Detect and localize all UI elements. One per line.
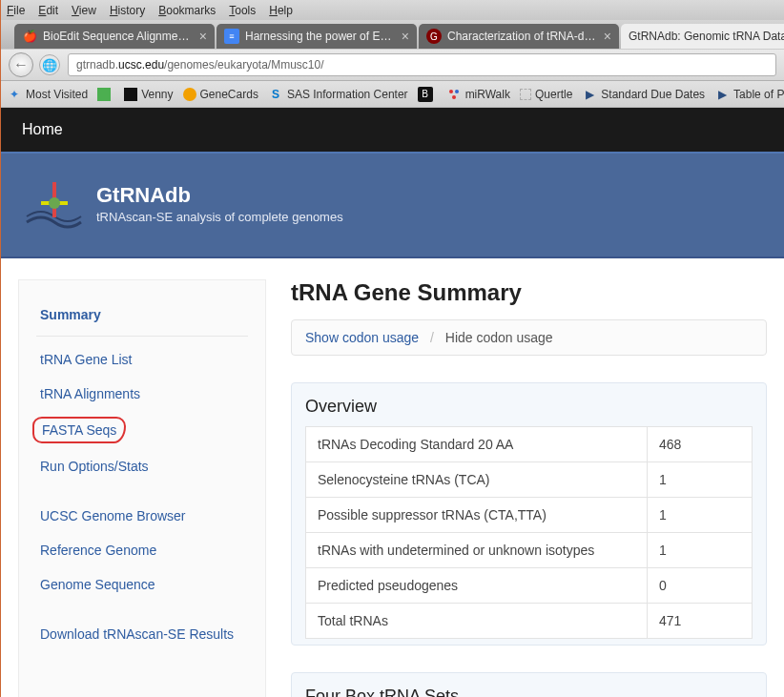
menu-view[interactable]: View (72, 4, 96, 17)
cell-label: tRNAs with undetermined or unknown isoty… (306, 533, 648, 568)
green-square-icon (97, 88, 111, 101)
cell-label: Possible suppressor tRNAs (CTA,TTA) (306, 498, 648, 533)
g-icon: G (426, 29, 442, 44)
menu-tools[interactable]: Tools (229, 4, 256, 17)
page-title: tRNA Gene Summary (291, 279, 767, 306)
sidebar-item-genome-sequence[interactable]: Genome Sequence (36, 567, 248, 602)
s-icon: S (268, 87, 283, 102)
back-button[interactable]: ← (9, 52, 33, 77)
bookmark-sas[interactable]: SSAS Information Center (268, 87, 408, 102)
hide-codon-usage-link[interactable]: Hide codon usage (445, 330, 553, 345)
bookmarks-bar: ✦Most Visited Venny GeneCards SSAS Infor… (1, 81, 784, 108)
sidebar-item-alignments[interactable]: tRNA Alignments (36, 377, 248, 411)
four-box-title: Four Box tRNA Sets (305, 687, 753, 697)
bookmark-green[interactable] (97, 88, 114, 101)
svg-point-0 (449, 90, 453, 93)
cell-value: 471 (648, 604, 753, 639)
overview-panel: Overview tRNAs Decoding Standard 20 AA46… (291, 382, 767, 646)
bookmark-venny[interactable]: Venny (124, 88, 173, 101)
brand-title: GtRNAdb (96, 183, 343, 208)
cell-value: 1 (648, 462, 753, 498)
cell-label: Selenocysteine tRNAs (TCA) (306, 462, 648, 498)
banner: GtRNAdb tRNAscan-SE analysis of complete… (1, 152, 784, 258)
home-link[interactable]: Home (1, 108, 784, 152)
menu-history[interactable]: History (110, 4, 145, 17)
sidebar-item-download-results[interactable]: Download tRNAscan-SE Results (36, 617, 248, 651)
bookmark-most-visited[interactable]: ✦Most Visited (7, 87, 88, 102)
sidebar-item-summary[interactable]: Summary (36, 297, 248, 337)
cell-value: 468 (648, 427, 753, 462)
cell-label: Predicted pseudogenes (306, 568, 648, 604)
sidebar-item-gene-list[interactable]: tRNA Gene List (36, 342, 248, 377)
bookmark-b[interactable]: B (418, 87, 437, 102)
menu-edit[interactable]: Edit (38, 4, 58, 17)
tab-strip: 🍎 BioEdit Sequence Alignment E… × ≡ Harn… (1, 20, 784, 49)
dots-icon (446, 87, 462, 102)
menu-help[interactable]: Help (269, 4, 293, 17)
sidebar-item-ucsc-browser[interactable]: UCSC Genome Browser (36, 499, 248, 533)
apple-icon: 🍎 (22, 29, 37, 44)
menu-bookmarks[interactable]: Bookmarks (158, 4, 216, 17)
arrow-left-icon: ← (13, 56, 29, 73)
tab-characterization[interactable]: G Characterization of tRNA-deri… × (419, 24, 619, 49)
separator: / (430, 330, 434, 345)
show-codon-usage-link[interactable]: Show codon usage (305, 330, 419, 345)
url-input[interactable]: gtrnadb.ucsc.edu/genomes/eukaryota/Mmusc… (68, 53, 776, 76)
main-content: tRNA Gene Summary Show codon usage / Hid… (291, 279, 767, 697)
table-row: Predicted pseudogenes0 (306, 568, 753, 604)
bookmark-label: miRWalk (465, 88, 510, 101)
table-row: Possible suppressor tRNAs (CTA,TTA)1 (306, 498, 753, 533)
site-identity-button[interactable]: 🌐 (39, 54, 60, 75)
sidebar-item-fasta-seqs[interactable]: FASTA Seqs (32, 417, 126, 443)
table-row: tRNAs Decoding Standard 20 AA468 (306, 427, 753, 462)
close-icon[interactable]: × (402, 29, 409, 44)
bookmark-std-due[interactable]: ▶Standard Due Dates (582, 87, 705, 102)
cell-label: tRNAs Decoding Standard 20 AA (306, 427, 648, 462)
tab-label: GtRNAdb: Genomic tRNA Database (629, 30, 784, 43)
svg-point-5 (49, 197, 60, 209)
bookmark-label: GeneCards (200, 88, 258, 101)
tab-label: Characterization of tRNA-deri… (447, 30, 596, 43)
sidebar-item-run-options[interactable]: Run Options/Stats (36, 449, 248, 483)
bookmark-label: Standard Due Dates (601, 88, 705, 101)
four-box-panel: Four Box tRNA Sets (291, 672, 767, 697)
black-square-icon (124, 88, 137, 101)
b-square-icon: B (418, 87, 433, 102)
codon-usage-box: Show codon usage / Hide codon usage (291, 319, 767, 356)
table-row: tRNAs with undetermined or unknown isoty… (306, 533, 753, 568)
sidebar: Summary tRNA Gene List tRNA Alignments F… (18, 279, 266, 697)
star-icon: ✦ (7, 87, 22, 102)
brand-tagline: tRNAscan-SE analysis of complete genomes (96, 210, 343, 224)
sidebar-item-reference-genome[interactable]: Reference Genome (36, 533, 248, 567)
cell-label: Total tRNAs (306, 604, 648, 639)
bookmark-page-limits[interactable]: ▶Table of Page Limits (714, 87, 784, 102)
menu-file[interactable]: File (7, 4, 25, 17)
page-icon (520, 89, 531, 100)
bookmark-quertle[interactable]: Quertle (520, 88, 572, 101)
tab-label: BioEdit Sequence Alignment E… (43, 30, 192, 43)
bookmark-genecards[interactable]: GeneCards (183, 88, 258, 101)
cell-value: 1 (648, 498, 753, 533)
tab-bioedit[interactable]: 🍎 BioEdit Sequence Alignment E… × (14, 24, 215, 49)
url-prefix: gtrnadb. (76, 58, 118, 72)
menubar: File Edit View History Bookmarks Tools H… (1, 0, 784, 20)
gtrnadb-logo-icon (22, 174, 87, 232)
bookmark-label: Table of Page Limits (733, 88, 784, 101)
tab-label: Harnessing the power of Exc… (245, 30, 394, 43)
close-icon[interactable]: × (199, 29, 207, 44)
url-domain: ucsc.edu (118, 58, 164, 72)
bookmark-label: SAS Information Center (287, 88, 408, 101)
close-icon[interactable]: × (604, 29, 611, 44)
orange-circle-icon (183, 88, 196, 101)
play-icon: ▶ (714, 87, 730, 102)
navbar: ← 🌐 gtrnadb.ucsc.edu/genomes/eukaryota/M… (1, 49, 784, 81)
bookmark-mirwalk[interactable]: miRWalk (446, 87, 510, 102)
bookmark-label: Most Visited (26, 88, 88, 101)
url-path: /genomes/eukaryota/Mmusc10/ (164, 58, 323, 72)
tab-gtrnadb[interactable]: GtRNAdb: Genomic tRNA Database (621, 24, 784, 49)
page: Home GtRNAdb tRNAscan-SE analysis of com… (1, 108, 784, 697)
svg-point-2 (452, 95, 456, 99)
bookmark-label: Venny (141, 88, 173, 101)
table-row: Selenocysteine tRNAs (TCA)1 (306, 462, 753, 498)
tab-harnessing[interactable]: ≡ Harnessing the power of Exc… × (217, 24, 417, 49)
